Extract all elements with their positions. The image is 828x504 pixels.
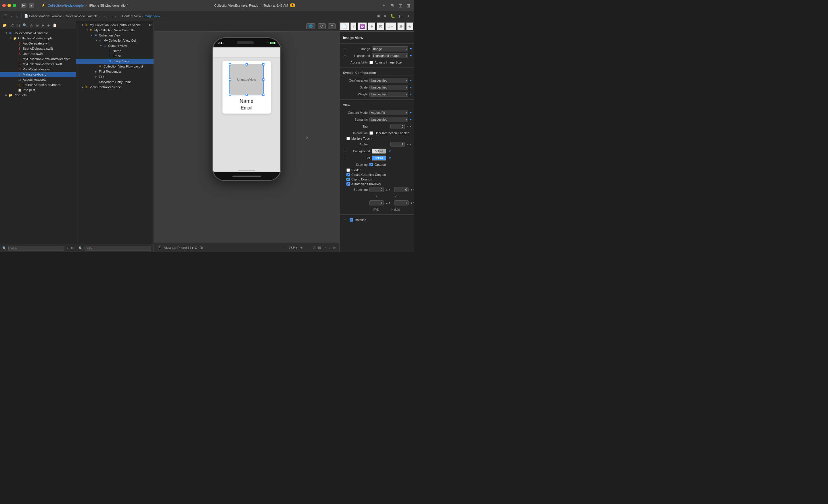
image-plus-button[interactable]: ＋ bbox=[342, 46, 348, 51]
zoom-in-button[interactable]: ＋ bbox=[299, 245, 303, 250]
maximize-button[interactable] bbox=[13, 4, 16, 7]
selection-handle-tr[interactable] bbox=[262, 63, 264, 65]
selection-handle-tl[interactable] bbox=[229, 63, 231, 65]
project-name[interactable]: CollectionViewExample bbox=[48, 3, 84, 7]
square-button[interactable]: ⊡ bbox=[328, 23, 336, 29]
tree-item-viewcontroller[interactable]: ▶ S ViewController.swift bbox=[0, 67, 76, 72]
run-button[interactable]: ▶ bbox=[21, 3, 27, 8]
background-color-swatch[interactable]: Default bbox=[372, 148, 386, 154]
device-name[interactable]: iPhone SE (2nd generation) bbox=[89, 4, 128, 7]
selection-handle-ml[interactable] bbox=[229, 79, 231, 81]
breadcrumb-project[interactable]: CollectionViewExample bbox=[29, 14, 62, 18]
selection-handle-mr[interactable] bbox=[262, 79, 264, 81]
source-control-tab[interactable]: ⎇ bbox=[9, 23, 15, 28]
connections-inspector-tab[interactable]: ○→ bbox=[385, 22, 396, 31]
tree-item-appdelegate[interactable]: ▶ S AppDelegate.swift bbox=[0, 41, 76, 46]
outline-item-email-label[interactable]: ▶ L Email bbox=[76, 53, 154, 59]
add-files-button[interactable]: ＋ bbox=[66, 246, 69, 250]
breadcrumb-dots4[interactable]: ... bbox=[117, 14, 119, 18]
report-navigator-tab[interactable]: 📋 bbox=[52, 23, 58, 28]
background-plus-button[interactable]: ＋ bbox=[342, 148, 348, 154]
breadcrumb-target[interactable]: CollectionViewExample bbox=[65, 14, 98, 18]
image-dropdown-btn[interactable]: ▾ bbox=[410, 47, 412, 51]
breadcrumb-content-view[interactable]: Content View bbox=[122, 14, 141, 18]
stretch-w-stepper[interactable]: ▲▼ bbox=[385, 201, 391, 204]
outline-item-layout[interactable]: ▶ ⊞ Collection View Flow Layout bbox=[76, 64, 154, 69]
breakpoint-navigator-tab[interactable]: ◈ bbox=[46, 23, 51, 28]
view-effects-tab[interactable]: ◈ bbox=[406, 22, 414, 31]
debug-navigator-tab[interactable]: ▶ bbox=[41, 23, 45, 28]
tree-item-mycollectioncell[interactable]: ▶ S MyCollectionViewCell.swift bbox=[0, 61, 76, 67]
multiple-touch-checkbox[interactable] bbox=[346, 137, 350, 140]
attributes-inspector-tab[interactable]: ✦ bbox=[368, 22, 376, 31]
tint-plus-button[interactable]: ＋ bbox=[342, 155, 348, 161]
breadcrumb-dots3[interactable]: ... bbox=[111, 14, 114, 18]
outline-item-contentview[interactable]: ▼ □ Content View bbox=[76, 43, 154, 48]
canvas-body[interactable]: 9:41 ▪▪▪ bbox=[154, 32, 339, 243]
autoresize-checkbox[interactable] bbox=[346, 182, 350, 186]
panel-toggle-button[interactable]: ▥ bbox=[406, 3, 412, 8]
cube-button[interactable]: ⬡ bbox=[318, 23, 326, 29]
highlighted-dropdown-btn[interactable]: ▾ bbox=[410, 54, 412, 58]
scale-select[interactable]: Unspecified bbox=[369, 85, 408, 90]
file-navigator-tab[interactable]: 📁 bbox=[2, 23, 8, 28]
debug-btn[interactable]: 🐛 bbox=[389, 13, 397, 19]
image-select[interactable]: Image bbox=[372, 46, 408, 51]
selection-handle-bl[interactable] bbox=[229, 94, 231, 96]
outline-item-scene[interactable]: ▼ ⊞ My Collection View Controller Scene … bbox=[76, 22, 154, 28]
tree-item-launchstoryboard[interactable]: ▶ ◫ LaunchScreen.storyboard bbox=[0, 82, 76, 87]
installed-checkbox[interactable] bbox=[349, 218, 353, 222]
outline-item-entry[interactable]: ▶ → Storyboard Entry Point bbox=[76, 79, 154, 85]
tree-item-mycollectionvc[interactable]: ▶ S MyCollectionViewController.swift bbox=[0, 56, 76, 61]
outline-item-firstresponder[interactable]: ▶ ◉ First Responder bbox=[76, 69, 154, 74]
tint-color-swatch[interactable]: Default bbox=[372, 155, 386, 161]
tree-item-root-project[interactable]: ▼ ⊞ CollectionViewExample bbox=[0, 31, 76, 36]
canvas-device-icon[interactable]: 📱 bbox=[157, 245, 162, 250]
tree-item-group[interactable]: ▼ 📁 CollectionViewExample bbox=[0, 36, 76, 41]
identity-inspector-tab[interactable]: 🆔 bbox=[358, 22, 367, 31]
bindings-inspector-tab[interactable]: ⊕ bbox=[397, 22, 405, 31]
issue-navigator-tab[interactable]: ⚠ bbox=[29, 23, 34, 28]
clears-graphics-checkbox[interactable] bbox=[346, 173, 350, 176]
stretch-x-input[interactable] bbox=[369, 187, 384, 192]
image-view-placeholder[interactable]: UIImageView bbox=[230, 64, 264, 95]
hidden-checkbox[interactable] bbox=[346, 168, 350, 172]
canvas-tool-5[interactable]: ⊙ bbox=[333, 246, 336, 250]
layout-toggle-button[interactable]: ⊞ bbox=[389, 3, 395, 8]
minimize-button[interactable] bbox=[7, 4, 11, 7]
weight-select[interactable]: Unspecified bbox=[369, 92, 408, 97]
zoom-out-button[interactable]: − bbox=[284, 245, 287, 250]
inspector-btn[interactable]: ⊞ bbox=[375, 13, 381, 19]
tree-item-assets[interactable]: ▶ ⊡ Assets.xcassets bbox=[0, 77, 76, 82]
collection-cell[interactable]: UIImageView Name Email bbox=[222, 61, 271, 114]
canvas-tool-4[interactable]: ↕ bbox=[329, 246, 331, 250]
breadcrumb-image-view[interactable]: Image View bbox=[144, 14, 160, 18]
source-btn[interactable]: { } bbox=[398, 13, 404, 19]
tag-input[interactable] bbox=[390, 124, 405, 129]
alpha-input[interactable] bbox=[390, 142, 405, 147]
canvas-tool-3[interactable]: ↔ bbox=[323, 246, 327, 250]
quick-help-tab[interactable]: ? bbox=[350, 22, 357, 31]
show-navigator-button[interactable]: ☰ bbox=[2, 13, 9, 19]
size-inspector-tab[interactable]: ⊡ bbox=[377, 22, 385, 31]
attributes-btn[interactable]: ≡ bbox=[383, 13, 388, 19]
configuration-select[interactable]: Unspecified bbox=[369, 78, 408, 83]
outline-item-cell[interactable]: ▼ ⊡ My Collection View Cell bbox=[76, 38, 154, 43]
content-mode-select[interactable]: Aspect Fit bbox=[369, 110, 408, 115]
filter-input[interactable] bbox=[8, 246, 65, 251]
outline-item-imageview[interactable]: ▶ 🖼 Image View bbox=[76, 59, 154, 64]
sort-button[interactable]: ⊞ bbox=[71, 246, 74, 250]
breadcrumb-dots2[interactable]: ... bbox=[106, 14, 109, 18]
tag-stepper[interactable]: ▲▼ bbox=[407, 125, 412, 128]
installed-plus-button[interactable]: ＋ bbox=[342, 217, 348, 222]
stretch-h-stepper[interactable]: ▲▼ bbox=[410, 201, 414, 204]
outline-item-exit[interactable]: ▶ ⊗ Exit bbox=[76, 74, 154, 79]
tree-item-scenedelegate[interactable]: ▶ S SceneDelegate.swift bbox=[0, 46, 76, 51]
close-button[interactable] bbox=[2, 4, 6, 7]
symbol-navigator-tab[interactable]: { } bbox=[16, 23, 21, 28]
tree-item-infoplist[interactable]: ▶ 📋 Info.plist bbox=[0, 87, 76, 93]
outline-filter-input[interactable] bbox=[85, 246, 151, 251]
add-button[interactable]: ＋ bbox=[381, 2, 387, 9]
nav-back-button[interactable]: ‹ bbox=[10, 13, 14, 19]
selection-handle-bm[interactable] bbox=[246, 94, 248, 96]
